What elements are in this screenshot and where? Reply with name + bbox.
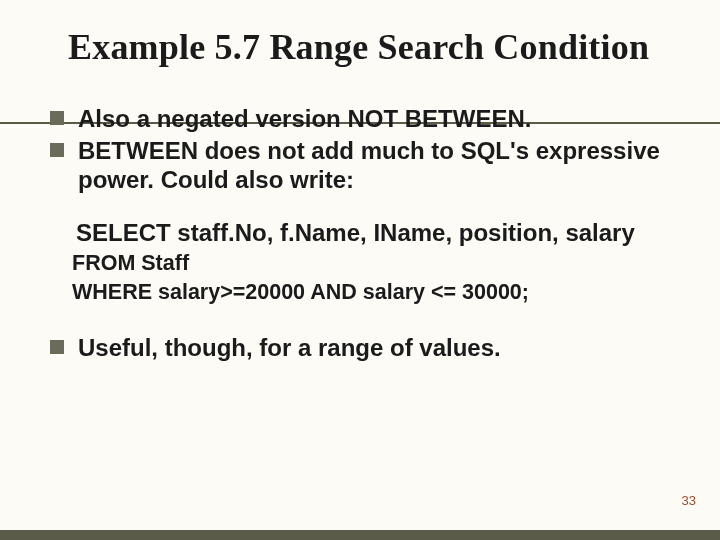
sql-select-text: SELECT staff.No, f.Name, IName, position… bbox=[64, 219, 635, 246]
bullet-text: BETWEEN does not add much to SQL's expre… bbox=[78, 137, 660, 193]
square-bullet-icon bbox=[50, 340, 64, 354]
square-bullet-icon bbox=[50, 143, 64, 157]
list-item: Useful, though, for a range of values. bbox=[50, 333, 670, 362]
sql-where-line: WHERE salary>=20000 AND salary <= 30000; bbox=[64, 279, 670, 307]
sql-select-line: SELECT staff.No, f.Name, IName, position… bbox=[64, 218, 670, 247]
sql-from-line: FROM Staff bbox=[64, 250, 670, 278]
slide: Example 5.7 Range Search Condition Also … bbox=[0, 0, 720, 540]
bullet-text: Useful, though, for a range of values. bbox=[78, 334, 501, 361]
sql-block: SELECT staff.No, f.Name, IName, position… bbox=[50, 218, 670, 306]
page-number: 33 bbox=[682, 493, 696, 508]
bullet-list-closing: Useful, though, for a range of values. bbox=[50, 333, 670, 362]
bullet-list: Also a negated version NOT BETWEEN. BETW… bbox=[50, 104, 670, 194]
list-item: BETWEEN does not add much to SQL's expre… bbox=[50, 136, 670, 195]
bullet-text: Also a negated version NOT BETWEEN. bbox=[78, 105, 531, 132]
list-item: Also a negated version NOT BETWEEN. bbox=[50, 104, 670, 133]
slide-body: Also a negated version NOT BETWEEN. BETW… bbox=[44, 82, 676, 361]
square-bullet-icon bbox=[50, 111, 64, 125]
slide-title: Example 5.7 Range Search Condition bbox=[44, 18, 676, 82]
